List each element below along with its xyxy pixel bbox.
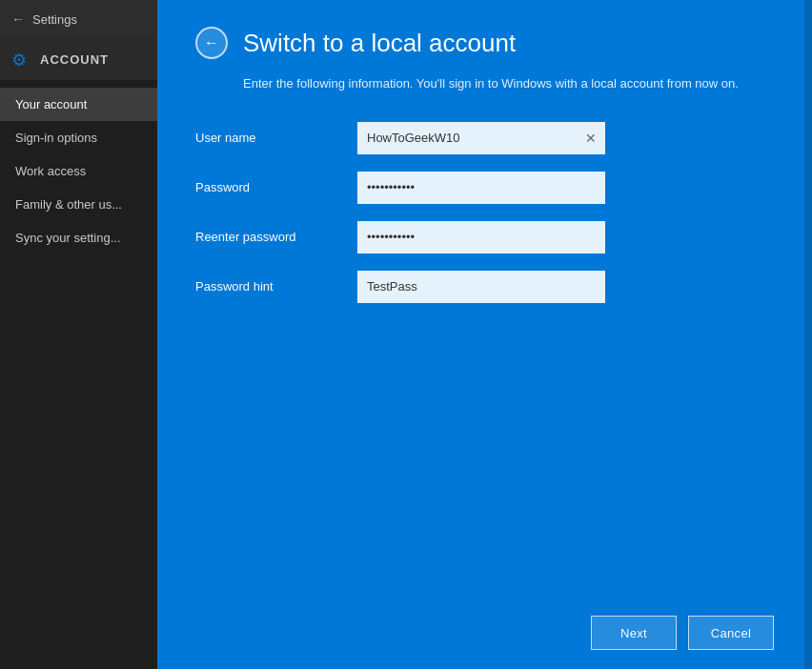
settings-account-header: ⚙ ACCOUNT	[0, 38, 157, 80]
password-input[interactable]	[357, 172, 605, 204]
settings-nav: Your account Sign-in options Work access…	[0, 88, 157, 254]
settings-gear-icon: ⚙	[11, 50, 30, 69]
reenter-password-row: Reenter password	[195, 221, 774, 253]
settings-sidebar: ← Settings ⚙ ACCOUNT Your account Sign-i…	[0, 0, 157, 669]
hint-input[interactable]	[357, 271, 605, 303]
sidebar-item-sync[interactable]: Sync your setting...	[0, 221, 157, 254]
dialog-header: ← Switch to a local account	[157, 0, 812, 74]
reenter-password-input[interactable]	[357, 221, 605, 253]
username-row: User name ✕	[195, 122, 774, 154]
password-row: Password	[195, 172, 774, 204]
sidebar-item-your-account[interactable]: Your account	[0, 88, 157, 121]
password-label: Password	[195, 180, 338, 194]
dialog-title: Switch to a local account	[243, 29, 516, 58]
username-label: User name	[195, 131, 338, 145]
username-input[interactable]	[357, 122, 605, 154]
account-form: User name ✕ Password Reenter password Pa…	[157, 122, 812, 303]
settings-account-text: ACCOUNT	[40, 52, 109, 67]
hint-row: Password hint	[195, 271, 774, 303]
username-clear-button[interactable]: ✕	[582, 130, 599, 147]
username-input-wrapper: ✕	[357, 122, 605, 154]
reenter-label: Reenter password	[195, 230, 338, 244]
sidebar-item-work-access[interactable]: Work access	[0, 154, 157, 188]
password-input-wrapper	[357, 172, 605, 204]
settings-title-label: Settings	[32, 12, 77, 27]
hint-input-wrapper	[357, 271, 605, 303]
scrollbar-track	[804, 0, 812, 669]
reenter-input-wrapper	[357, 221, 605, 253]
hint-label: Password hint	[195, 279, 338, 294]
sidebar-item-signin-options[interactable]: Sign-in options	[0, 121, 157, 154]
dialog-subtitle: Enter the following information. You'll …	[157, 74, 812, 122]
dialog-back-button[interactable]: ←	[195, 27, 228, 59]
sidebar-item-family[interactable]: Family & other us...	[0, 188, 157, 221]
switch-account-dialog: ← Switch to a local account Enter the fo…	[157, 0, 812, 669]
settings-back-button[interactable]: ←	[11, 11, 25, 27]
next-button[interactable]: Next	[591, 616, 677, 650]
settings-titlebar: ← Settings	[0, 0, 157, 38]
dialog-back-icon: ←	[204, 34, 219, 51]
dialog-footer: Next Cancel	[157, 597, 812, 669]
cancel-button[interactable]: Cancel	[688, 616, 774, 650]
